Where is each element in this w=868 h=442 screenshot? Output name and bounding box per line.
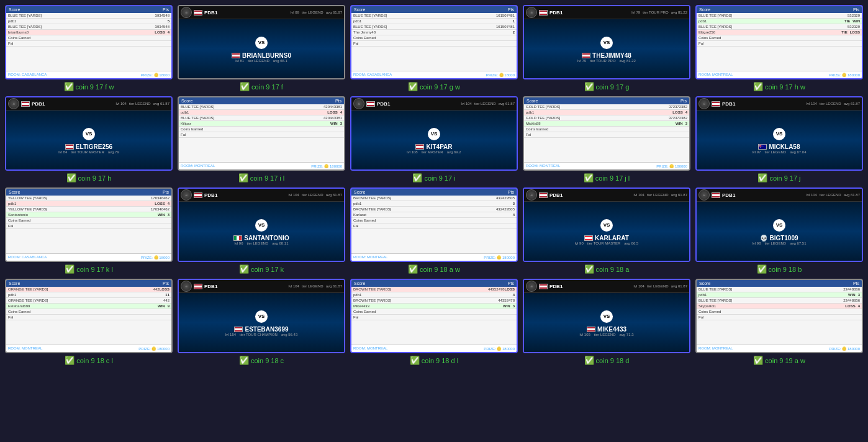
vs-area: VS 🇦🇺 MICKLA58 lvl 97 tier LEGEND avg 67… [697, 110, 862, 169]
vs-card-inner: ☠ PDB1 lvl 104 tier LEGEND avg 61.87 VS … [524, 280, 689, 352]
card-thumbnail-coin-9-17-k: ☠ PDB1 lvl 104 tier LEGEND avg 61.87 VS … [178, 187, 345, 262]
card-label-coin-9-17-k: ✅ coin 9 17 k [239, 264, 284, 274]
score-row-3: Esteban3699 WIN 9 [6, 304, 171, 309]
score-card-header: Score Pts [351, 280, 517, 287]
score-card-bottom: ROOM: MONTREAL PRIZE: 🪙 180000 [179, 162, 344, 169]
opponent-name: SANTANTONIO [244, 235, 289, 241]
opp-tier: tier MASTER [422, 150, 443, 154]
card-label-coin-9-18-d-l: ✅ coin 9 18 d l [410, 356, 458, 365]
player-name: PDB1 [204, 192, 217, 198]
player-lvl: lvl 104 [634, 284, 644, 288]
vs-circle: VS [255, 310, 268, 323]
player-avg: avg 61.87 [671, 284, 687, 288]
card-coin-9-18-a-w[interactable]: Score Pts BROWN TEE [YARDS] 432 429 505 … [350, 187, 518, 274]
card-label-coin-9-18-a: ✅ coin 9 18 a [584, 264, 630, 274]
card-coin-9-17-j[interactable]: ☠ PDB1 lvl 104 tier LEGEND avg 61.87 VS … [695, 96, 863, 183]
card-coin-9-18-c-l[interactable]: Score Pts ORANGE TEE [YARDS] 4 4 2 LOSS … [5, 279, 173, 365]
check-icon: ✅ [410, 356, 420, 365]
score-row-4: Coins Earned [179, 127, 344, 132]
card-label-coin-9-17-f-w: ✅ coin 9 17 f w [64, 82, 114, 91]
card-label-text: coin 9 18 b [769, 266, 802, 273]
opp-lvl: lvl 79 [577, 59, 586, 63]
vs-area: VS MIKE4433 lvl 103 tier LEGEND avg 71.3 [524, 293, 689, 352]
opponent-stats: lvl 154 tier TOUR CHAMPION avg 56.43 [225, 333, 298, 336]
check-icon: ✅ [757, 173, 767, 183]
card-coin-9-17-i-l[interactable]: Score Pts BLUE TEE [YARDS] 420 443 381 p… [178, 96, 345, 183]
vs-circle: VS [428, 128, 440, 140]
score-row-2: GOLD TEE [YARDS] 372 372 382 [524, 115, 689, 121]
pdb1-logo: ☠ [181, 189, 192, 201]
score-row-4: Coins Earned [6, 35, 171, 41]
player-avg: avg 81.22 [671, 11, 687, 14]
card-thumbnail-coin-9-17-f-w: Score Pts BLUE TEE [YARDS] 393 45 48 pdb… [5, 5, 173, 79]
card-coin-9-17-g-w[interactable]: Score Pts BLUE TEE [YARDS] 161 507 481 p… [350, 5, 518, 91]
check-icon: ✅ [66, 173, 76, 183]
vs-card-header: ☠ PDB1 lvl 104 tier LEGEND avg 61.87 [697, 97, 862, 110]
card-coin-9-17-k-l[interactable]: Score Pts YELLOW TEE [YARDS] 176 346 462… [5, 187, 173, 274]
score-row-2: ORANGE TEE [YARDS] 4 4 2 [6, 298, 171, 304]
player-lvl: lvl 89 [291, 11, 299, 14]
player-avg: avg 61.87 [153, 102, 170, 106]
card-label-coin-9-17-j-l: ✅ coin 9 17 j l [584, 173, 630, 183]
vs-area: VS 💀 BIGT1009 lvl 98 tier LEGEND avg 67.… [697, 202, 862, 261]
player-tier: tier LEGEND [820, 193, 841, 197]
score-row-4: Coins Earned [6, 309, 171, 315]
score-card-header: Score Pts [524, 97, 689, 104]
card-coin-9-18-c[interactable]: ☠ PDB1 lvl 104 tier LEGEND avg 61.87 VS … [178, 279, 345, 365]
player-lvl: lvl 104 [289, 193, 299, 197]
opp-lvl: lvl 81 [235, 59, 244, 63]
opp-avg: avg 56.43 [281, 333, 297, 336]
player-name: PDB1 [377, 101, 390, 107]
card-coin-9-18-d[interactable]: ☠ PDB1 lvl 104 tier LEGEND avg 61.87 VS … [523, 279, 690, 365]
player-name: PDB1 [549, 10, 563, 16]
opponent-name: THEJIMMY48 [592, 52, 631, 59]
player-tier: tier LEGEND [647, 284, 669, 288]
pdb1-logo: ☠ [526, 189, 537, 201]
vs-circle: VS [255, 219, 268, 232]
score-row-3: The Jimmy48 2 [351, 30, 517, 35]
card-coin-9-17-h-w[interactable]: Score Pts BLUE TEE [YARDS] 532 329 pdb1 … [695, 5, 863, 91]
card-coin-9-17-i[interactable]: ☠ PDB1 lvl 104 tier LEGEND avg 61.87 VS … [350, 96, 518, 183]
opp-avg: avg 81.22 [620, 59, 636, 63]
check-icon: ✅ [757, 264, 767, 274]
card-thumbnail-coin-9-18-b: ☠ PDB1 lvl 104 tier LEGEND avg 61.87 VS … [695, 187, 863, 262]
score-row-3: Mike4433 WIN 3 [351, 304, 517, 309]
card-coin-9-17-f[interactable]: ☠ PDB1 lvl 89 tier LEGEND avg 61.87 VS B… [178, 5, 345, 91]
score-card-inner: Score Pts BLUE TEE [YARDS] 161 507 481 p… [351, 6, 517, 78]
opp-lvl: lvl 103 [579, 333, 590, 336]
card-label-coin-9-17-i-l: ✅ coin 9 17 i l [238, 173, 285, 183]
card-coin-9-17-k[interactable]: ☠ PDB1 lvl 104 tier LEGEND avg 61.87 VS … [178, 187, 345, 274]
player-lvl: lvl 104 [289, 284, 299, 288]
score-card-header: Score Pts [6, 189, 171, 196]
card-label-coin-9-18-b: ✅ coin 9 18 b [757, 264, 802, 274]
score-row-5: Fal [697, 41, 862, 47]
player-name: PDB1 [204, 10, 217, 16]
card-coin-9-18-a[interactable]: ☠ PDB1 lvl 104 tier LEGEND avg 61.87 VS … [523, 187, 690, 274]
check-icon: ✅ [753, 82, 763, 91]
score-card-inner: Score Pts BLUE TEE [YARDS] 420 443 381 p… [179, 97, 344, 169]
score-row-4: Coins Earned [524, 127, 689, 132]
card-coin-9-19-a-w[interactable]: Score Pts BLUE TEE [YARDS] 234 488 36 pd… [695, 279, 863, 365]
card-label-coin-9-17-h-w: ✅ coin 9 17 h w [753, 82, 805, 91]
player-avg: avg 61.87 [844, 102, 860, 106]
player-tier: tier LEGEND [129, 102, 151, 106]
vs-area: VS KARLARAT lvl 90 tier TOUR MASTER avg … [524, 202, 689, 261]
card-coin-9-18-b[interactable]: ☠ PDB1 lvl 104 tier LEGEND avg 61.87 VS … [695, 187, 863, 274]
card-coin-9-18-d-l[interactable]: Score Pts BROWN TEE [YARDS] 443 52 478 L… [350, 279, 518, 365]
card-coin-9-17-j-l[interactable]: Score Pts GOLD TEE [YARDS] 372 372 382 p… [523, 96, 690, 183]
card-label-coin-9-17-j: ✅ coin 9 17 j [757, 173, 800, 183]
opp-tier: tier TOUR CHAMPION [240, 333, 278, 336]
check-icon: ✅ [408, 82, 418, 91]
vs-card-inner: ☠ PDB1 lvl 89 tier LEGEND avg 61.87 VS B… [179, 6, 344, 78]
card-coin-9-17-g[interactable]: ☠ PDB1 lvl 79 tier TOUR PRO avg 81.22 VS… [523, 5, 690, 91]
vs-circle: VS [600, 219, 613, 232]
card-label-text: coin 9 17 h w [765, 83, 805, 91]
card-coin-9-17-h[interactable]: ☠ PDB1 lvl 104 tier LEGEND avg 61.87 VS … [5, 96, 173, 183]
pdb1-logo: ☠ [698, 189, 710, 201]
score-card-header: Score Pts [351, 6, 517, 13]
pdb1-logo: ☠ [526, 281, 537, 292]
opp-lvl: lvl 97 [752, 150, 761, 154]
pdb1-logo: ☠ [526, 7, 537, 18]
card-coin-9-17-f-w[interactable]: Score Pts BLUE TEE [YARDS] 393 45 48 pdb… [5, 5, 173, 91]
opponent-name: BIGT1009 [769, 235, 798, 241]
